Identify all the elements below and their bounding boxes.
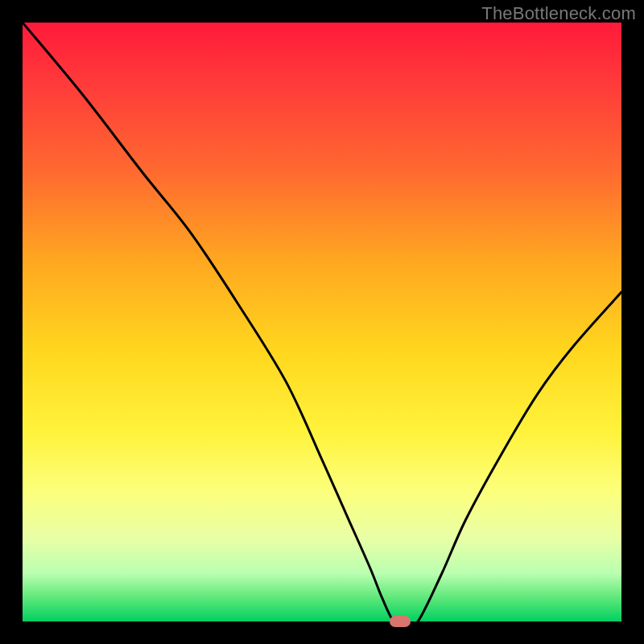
chart-frame: TheBottleneck.com: [0, 0, 644, 644]
gradient-plot-area: [23, 23, 621, 621]
optimum-marker: [390, 616, 411, 627]
curve-path: [23, 23, 621, 621]
watermark-text: TheBottleneck.com: [481, 3, 636, 24]
bottleneck-curve: [23, 23, 621, 621]
